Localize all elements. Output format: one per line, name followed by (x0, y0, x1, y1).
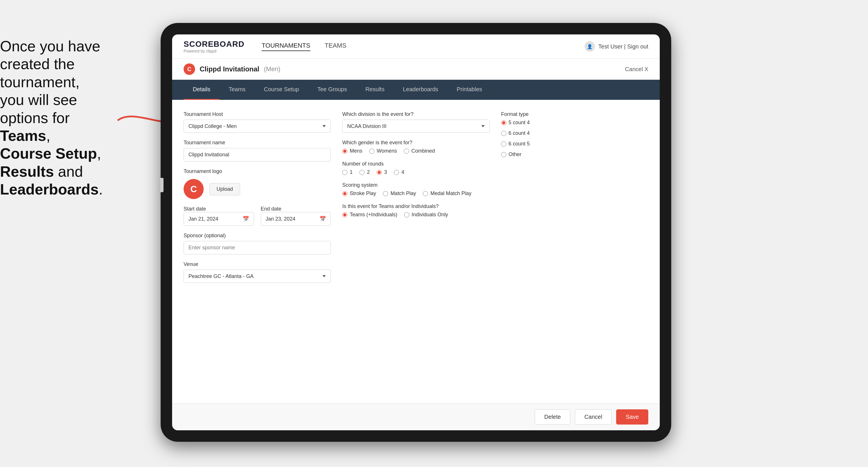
rounds-4[interactable]: 4 (394, 169, 404, 175)
division-label: Which division is the event for? (342, 111, 489, 117)
format-5count4[interactable]: 5 count 4 (501, 120, 648, 126)
tablet-screen: SCOREBOARD Powered by clippd TOURNAMENTS… (172, 34, 660, 430)
gender-combined[interactable]: Combined (404, 148, 435, 154)
tab-course-setup[interactable]: Course Setup (255, 80, 308, 100)
nav-teams[interactable]: TEAMS (325, 42, 346, 51)
scoring-stroke[interactable]: Stroke Play (342, 190, 376, 196)
scoring-medal-radio[interactable] (423, 191, 428, 196)
format-6count4-radio[interactable] (501, 131, 506, 136)
tournament-name-label: Tournament name (184, 140, 331, 146)
cancel-button[interactable]: Cancel (575, 409, 612, 425)
venue-select[interactable]: Peachtree GC - Atlanta - GA (184, 270, 331, 283)
tournament-host-group: Tournament Host Clippd College - Men (184, 111, 331, 133)
tab-details[interactable]: Details (184, 80, 219, 100)
tab-navigation: Details Teams Course Setup Tee Groups Re… (172, 80, 660, 100)
format-6count5-radio[interactable] (501, 142, 506, 147)
side-tab-handle (160, 178, 163, 192)
gender-womens[interactable]: Womens (369, 148, 397, 154)
gender-label: Which gender is the event for? (342, 140, 489, 146)
form-section-settings: Which division is the event for? NCAA Di… (342, 111, 489, 283)
delete-button[interactable]: Delete (535, 409, 570, 425)
logo-title: SCOREBOARD (184, 39, 244, 49)
rounds-group: Number of rounds 1 2 (342, 161, 489, 175)
dates-group: Start date Jan 21, 2024 📅 End date Jan 2… (184, 206, 331, 226)
nav-left: SCOREBOARD Powered by clippd TOURNAMENTS… (184, 39, 585, 53)
rounds-radio-group: 1 2 3 4 (342, 169, 489, 175)
gender-radio-group: Mens Womens Combined (342, 148, 489, 154)
end-date-input[interactable]: Jan 23, 2024 📅 (261, 212, 331, 226)
scoring-match-radio[interactable] (383, 191, 388, 196)
tab-leaderboards[interactable]: Leaderboards (394, 80, 447, 100)
tournament-header: C Clippd Invitational (Men) Cancel X (172, 59, 660, 80)
rounds-3-radio[interactable] (377, 170, 382, 175)
format-other-radio[interactable] (501, 152, 506, 157)
division-select[interactable]: NCAA Division III (342, 120, 489, 133)
tab-results[interactable]: Results (356, 80, 394, 100)
teams-plus-individuals[interactable]: Teams (+Individuals) (342, 212, 397, 218)
logo-area: SCOREBOARD Powered by clippd (184, 39, 244, 53)
teams-individuals-group: Is this event for Teams and/or Individua… (342, 204, 489, 218)
end-date-label: End date (261, 206, 281, 212)
calendar-icon: 📅 (243, 216, 249, 222)
teams-radio-group: Teams (+Individuals) Individuals Only (342, 212, 489, 218)
tablet-device: SCOREBOARD Powered by clippd TOURNAMENTS… (161, 23, 671, 442)
rounds-4-radio[interactable] (394, 170, 399, 175)
form-grid: Tournament Host Clippd College - Men Tou… (184, 111, 648, 283)
cancel-tournament-button[interactable]: Cancel X (625, 66, 648, 72)
calendar-icon-end: 📅 (319, 216, 326, 222)
format-6count4[interactable]: 6 count 4 (501, 130, 648, 136)
main-form-content: Tournament Host Clippd College - Men Tou… (172, 100, 660, 403)
tournament-name-input[interactable] (184, 148, 331, 161)
rounds-2-radio[interactable] (360, 170, 365, 175)
tournament-host-select[interactable]: Clippd College - Men (184, 120, 331, 133)
gender-mens[interactable]: Mens (342, 148, 362, 154)
top-navbar: SCOREBOARD Powered by clippd TOURNAMENTS… (172, 34, 660, 59)
teams-plus-radio[interactable] (342, 212, 347, 217)
format-group: Format type 5 count 4 6 count 4 (501, 111, 648, 157)
tournament-logo-group: Tournament logo C Upload (184, 168, 331, 199)
start-date-input[interactable]: Jan 21, 2024 📅 (184, 212, 254, 226)
rounds-3[interactable]: 3 (377, 169, 387, 175)
save-button[interactable]: Save (616, 409, 648, 425)
user-area: 👤 Test User | Sign out (585, 41, 648, 52)
format-label: Format type (501, 111, 648, 117)
instruction-text: Once you have created the tournament, yo… (0, 37, 121, 198)
rounds-1[interactable]: 1 (342, 169, 352, 175)
gender-group: Which gender is the event for? Mens Wome… (342, 140, 489, 154)
tab-tee-groups[interactable]: Tee Groups (308, 80, 356, 100)
sponsor-label: Sponsor (optional) (184, 232, 331, 239)
rounds-1-radio[interactable] (342, 170, 347, 175)
tournament-host-label: Tournament Host (184, 111, 331, 117)
scoring-medal-match[interactable]: Medal Match Play (423, 190, 471, 196)
tab-printables[interactable]: Printables (447, 80, 491, 100)
tournament-logo-label: Tournament logo (184, 168, 331, 175)
individuals-only[interactable]: Individuals Only (404, 212, 448, 218)
tournament-name-group: Tournament name (184, 140, 331, 161)
nav-tournaments[interactable]: TOURNAMENTS (261, 42, 310, 51)
gender-mens-radio[interactable] (342, 149, 347, 154)
individuals-only-radio[interactable] (404, 212, 409, 217)
tournament-icon: C (184, 63, 195, 75)
format-radio-group: 5 count 4 6 count 4 6 count 5 (501, 120, 648, 157)
scoring-match[interactable]: Match Play (383, 190, 416, 196)
format-6count5[interactable]: 6 count 5 (501, 141, 648, 147)
format-5count4-radio[interactable] (501, 120, 506, 125)
sponsor-input[interactable] (184, 241, 331, 254)
user-label[interactable]: Test User | Sign out (598, 43, 648, 50)
tab-teams[interactable]: Teams (219, 80, 255, 100)
tournament-title-area: C Clippd Invitational (Men) (184, 63, 280, 75)
sponsor-group: Sponsor (optional) (184, 232, 331, 254)
form-section-format: Format type 5 count 4 6 count 4 (501, 111, 648, 283)
logo-upload-area: C Upload (184, 179, 331, 199)
gender-womens-radio[interactable] (369, 149, 374, 154)
division-group: Which division is the event for? NCAA Di… (342, 111, 489, 133)
form-section-basic: Tournament Host Clippd College - Men Tou… (184, 111, 331, 283)
venue-label: Venue (184, 261, 331, 267)
gender-combined-radio[interactable] (404, 149, 409, 154)
logo-preview: C (184, 179, 204, 199)
upload-button[interactable]: Upload (209, 183, 240, 195)
rounds-2[interactable]: 2 (360, 169, 370, 175)
scoring-stroke-radio[interactable] (342, 191, 347, 196)
format-other[interactable]: Other (501, 152, 648, 157)
main-nav: TOURNAMENTS TEAMS (261, 42, 346, 51)
